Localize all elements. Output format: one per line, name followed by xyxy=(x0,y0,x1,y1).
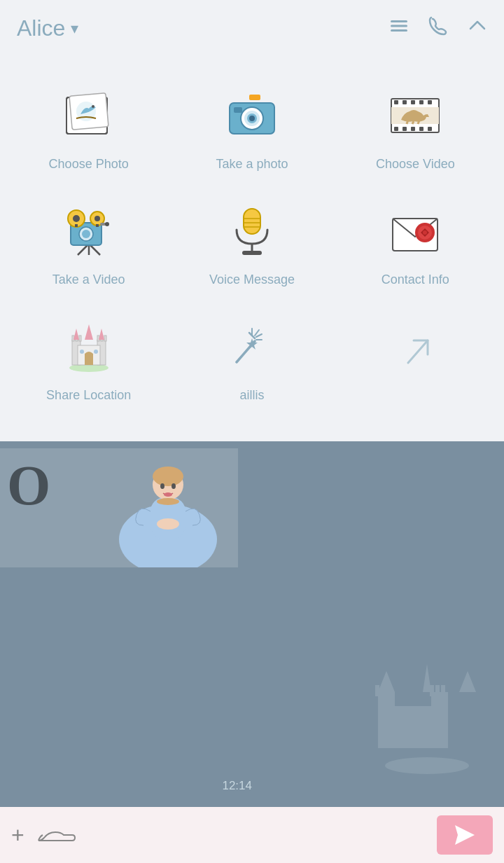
svg-rect-96 xyxy=(381,685,385,696)
menu-grid: Choose Photo xyxy=(0,70,504,417)
svg-point-38 xyxy=(94,216,100,221)
svg-rect-45 xyxy=(244,209,260,234)
svg-point-84 xyxy=(157,498,179,505)
svg-rect-95 xyxy=(375,685,379,696)
svg-line-72 xyxy=(255,330,259,336)
svg-rect-24 xyxy=(411,127,415,131)
svg-rect-61 xyxy=(79,336,81,341)
take-video-icon xyxy=(57,200,120,263)
svg-rect-64 xyxy=(104,336,106,341)
svg-rect-1 xyxy=(391,25,407,27)
svg-rect-17 xyxy=(394,100,398,104)
chat-image: O xyxy=(0,448,238,567)
svg-line-73 xyxy=(256,334,262,337)
arrow-out-item[interactable] xyxy=(334,301,497,417)
svg-point-88 xyxy=(164,492,172,497)
svg-point-7 xyxy=(92,105,94,108)
svg-line-30 xyxy=(418,120,419,124)
contact-info-item[interactable]: Contact Info xyxy=(334,186,497,301)
svg-rect-18 xyxy=(402,100,407,104)
header: Alice ▾ xyxy=(0,0,504,56)
choose-photo-icon xyxy=(57,84,120,147)
header-left: Alice ▾ xyxy=(17,15,78,41)
svg-point-87 xyxy=(172,483,176,489)
svg-rect-19 xyxy=(411,100,415,104)
svg-point-40 xyxy=(82,230,90,238)
svg-rect-69 xyxy=(94,350,98,354)
svg-line-29 xyxy=(412,121,414,124)
message-timestamp: 12:14 xyxy=(222,779,252,793)
svg-line-77 xyxy=(408,340,428,363)
svg-point-36 xyxy=(73,215,80,222)
take-photo-icon xyxy=(220,84,284,147)
send-button[interactable] xyxy=(437,815,493,855)
svg-rect-91 xyxy=(392,706,434,748)
arrow-out-icon xyxy=(384,323,447,386)
svg-rect-20 xyxy=(419,100,424,104)
svg-rect-22 xyxy=(394,127,398,131)
svg-marker-65 xyxy=(85,324,93,340)
svg-rect-100 xyxy=(441,685,445,696)
svg-line-28 xyxy=(407,120,408,124)
add-attachment-button[interactable]: + xyxy=(11,822,24,848)
svg-point-14 xyxy=(249,116,255,121)
phone-icon[interactable] xyxy=(428,16,448,41)
bottom-bar: + xyxy=(0,807,504,863)
svg-point-86 xyxy=(160,483,164,489)
choose-photo-item[interactable]: Choose Photo xyxy=(7,70,170,186)
svg-rect-26 xyxy=(428,127,432,131)
take-video-item[interactable]: Take a Video xyxy=(7,186,170,301)
svg-rect-98 xyxy=(430,685,434,696)
sticker-button[interactable] xyxy=(36,822,78,848)
choose-video-label: Choose Video xyxy=(376,157,455,172)
header-icons xyxy=(389,16,487,41)
svg-rect-68 xyxy=(80,350,84,354)
svg-rect-23 xyxy=(402,127,407,131)
choose-video-icon xyxy=(384,84,447,147)
svg-rect-42 xyxy=(96,224,99,227)
menu-icon[interactable] xyxy=(389,16,409,41)
chat-title: Alice xyxy=(17,15,65,41)
attachment-menu: Choose Photo xyxy=(0,56,504,424)
svg-point-101 xyxy=(385,757,469,774)
collapse-icon[interactable] xyxy=(468,16,487,41)
background-watermark xyxy=(357,650,497,793)
svg-point-85 xyxy=(157,518,179,530)
svg-text:O: O xyxy=(7,455,50,516)
svg-rect-2 xyxy=(391,29,407,32)
svg-marker-94 xyxy=(459,671,476,692)
voice-message-item[interactable]: Voice Message xyxy=(170,186,333,301)
svg-rect-21 xyxy=(428,100,432,104)
chat-area: O 12:14 xyxy=(0,441,504,807)
take-photo-label: Take a photo xyxy=(216,157,288,172)
svg-rect-15 xyxy=(234,107,242,113)
choose-video-item[interactable]: Choose Video xyxy=(334,70,497,186)
share-location-label: Share Location xyxy=(46,388,131,403)
svg-rect-97 xyxy=(386,685,391,696)
svg-rect-99 xyxy=(435,685,440,696)
svg-point-44 xyxy=(105,222,109,226)
share-location-icon xyxy=(57,315,120,378)
share-location-item[interactable]: Share Location xyxy=(7,301,170,417)
svg-rect-0 xyxy=(391,20,407,22)
svg-rect-25 xyxy=(419,127,424,131)
take-video-label: Take a Video xyxy=(52,272,125,287)
contact-info-label: Contact Info xyxy=(382,272,449,287)
aillis-label: aillis xyxy=(239,388,264,403)
voice-message-label: Voice Message xyxy=(209,272,295,287)
contact-info-icon xyxy=(384,200,447,263)
magic-wand-icon xyxy=(220,315,284,378)
svg-marker-102 xyxy=(455,825,475,845)
choose-photo-label: Choose Photo xyxy=(49,157,129,172)
take-photo-item[interactable]: Take a photo xyxy=(170,70,333,186)
svg-rect-8 xyxy=(249,95,260,100)
svg-point-83 xyxy=(153,467,183,486)
svg-rect-50 xyxy=(242,251,262,255)
chevron-down-icon[interactable]: ▾ xyxy=(71,20,78,38)
svg-rect-41 xyxy=(75,224,78,227)
svg-point-54 xyxy=(423,230,427,235)
voice-message-icon xyxy=(220,200,284,263)
aillis-item[interactable]: aillis xyxy=(170,301,333,417)
svg-marker-66 xyxy=(74,329,79,340)
svg-marker-67 xyxy=(99,329,104,340)
